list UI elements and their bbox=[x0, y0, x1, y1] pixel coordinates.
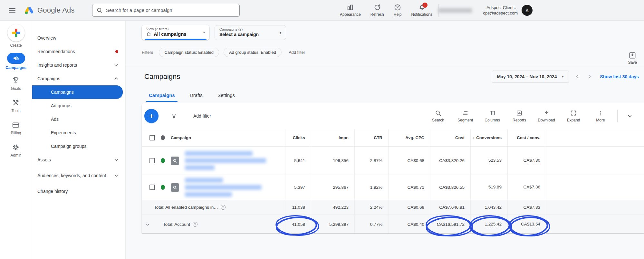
dropdown-caret-icon: ▼ bbox=[203, 31, 206, 34]
sidebar-item-campaigns-section[interactable]: Campaigns bbox=[32, 72, 125, 85]
billing-card-icon bbox=[12, 121, 20, 129]
sidebar-item-assets[interactable]: Assets bbox=[32, 153, 125, 167]
active-view-indicator bbox=[145, 39, 207, 40]
column-header-cost[interactable]: Cost bbox=[430, 129, 470, 146]
add-filter-link[interactable]: Add filter bbox=[289, 50, 305, 55]
select-all-checkbox[interactable] bbox=[149, 135, 155, 140]
sort-descending-icon: ↓ bbox=[472, 135, 475, 140]
account-text: Adspect Client… ops@adspect.com bbox=[476, 5, 518, 16]
tab-campaigns[interactable]: Campaigns bbox=[149, 87, 175, 103]
segment-tool-button[interactable]: Segment bbox=[452, 110, 479, 122]
row-checkbox[interactable] bbox=[149, 185, 155, 190]
help-icon[interactable]: ? bbox=[221, 205, 226, 210]
reports-tool-button[interactable]: Reports bbox=[506, 110, 533, 122]
filter-chip-ad-group-status[interactable]: Ad group status: Enabled bbox=[224, 48, 282, 57]
sidebar-item-ads[interactable]: Ads bbox=[32, 112, 125, 126]
download-icon bbox=[543, 110, 550, 116]
column-header-campaign[interactable]: Campaign bbox=[171, 135, 191, 140]
rail-item-billing[interactable]: Billing bbox=[11, 121, 21, 135]
sidebar-item-audiences-keywords-content[interactable]: Audiences, keywords, and content bbox=[32, 167, 125, 185]
expand-tool-button[interactable]: Expand bbox=[560, 110, 587, 122]
help-icon[interactable]: ? bbox=[193, 222, 197, 227]
topbar-actions: Appearance Refresh Help bbox=[335, 0, 440, 21]
columns-tool-button[interactable]: Columns bbox=[479, 110, 506, 122]
view-filter-dropdown[interactable]: View (2 filters) All campaigns ▼ bbox=[142, 25, 209, 40]
rail-item-campaigns[interactable]: Campaigns bbox=[5, 53, 26, 70]
download-tool-button[interactable]: Download bbox=[533, 110, 560, 122]
column-header-clicks[interactable]: Clicks bbox=[285, 129, 311, 146]
cell-cost-per-conv: CA$7.30 bbox=[507, 147, 546, 175]
column-header-ctr[interactable]: CTR bbox=[354, 129, 388, 146]
total-conversions: 1,225.42 bbox=[470, 215, 507, 233]
total-avg-cpc: CA$0.40 bbox=[388, 215, 430, 233]
main-menu-icon[interactable] bbox=[5, 3, 20, 18]
column-header-cost-per-conv[interactable]: Cost / conv. bbox=[507, 129, 546, 146]
toolbar-add-filter[interactable]: Add filter bbox=[193, 113, 211, 119]
sidebar-item-experiments[interactable]: Experiments bbox=[32, 126, 125, 139]
row-checkbox[interactable] bbox=[149, 158, 155, 163]
tab-drafts[interactable]: Drafts bbox=[190, 87, 203, 103]
campaign-preview-icon[interactable] bbox=[171, 157, 179, 165]
rail-item-tools[interactable]: Tools bbox=[11, 99, 20, 113]
total-cost-per-conv: CA$7.33 bbox=[507, 200, 546, 215]
create-plus-icon[interactable] bbox=[7, 24, 25, 42]
sidebar-item-campaigns[interactable]: Campaigns bbox=[32, 85, 123, 99]
icon-rail: Create Campaigns Goals bbox=[0, 21, 32, 259]
total-account-label: Total: Account bbox=[163, 222, 190, 227]
refresh-button[interactable]: Refresh bbox=[366, 0, 389, 21]
filter-funnel-icon[interactable] bbox=[171, 113, 177, 119]
date-range-selector[interactable]: May 10, 2024 – Nov 10, 2024 ▼ bbox=[492, 71, 569, 83]
cell-impr: 295,867 bbox=[311, 175, 354, 200]
table-row[interactable]: 5,397 295,867 1.82% CA$0.71 CA$3,826.55 … bbox=[142, 175, 644, 200]
save-button[interactable]: Save bbox=[628, 52, 637, 65]
campaign-select-dropdown[interactable]: Campaigns (2) Select a campaign ▼ bbox=[215, 25, 286, 40]
next-period-button[interactable] bbox=[586, 73, 593, 81]
notifications-button[interactable]: ! Notifications bbox=[406, 0, 437, 21]
rail-item-create[interactable]: Create bbox=[7, 24, 25, 48]
account-info[interactable]: Adspect Client… ops@adspect.com A bbox=[438, 0, 533, 21]
sidebar-item-overview[interactable]: Overview bbox=[32, 31, 125, 45]
appearance-button[interactable]: Appearance bbox=[335, 0, 366, 21]
table-tabs: Campaigns Drafts Settings bbox=[126, 87, 644, 103]
top-app-bar: Google Ads Appearance Refresh bbox=[0, 0, 644, 21]
cell-impr: 196,356 bbox=[311, 147, 354, 175]
avatar[interactable]: A bbox=[522, 5, 533, 16]
sidebar-item-ad-groups[interactable]: Ad groups bbox=[32, 99, 125, 112]
column-header-conversions[interactable]: ↓ Conversions bbox=[470, 129, 507, 146]
rail-item-admin[interactable]: Admin bbox=[10, 143, 21, 158]
previous-period-button[interactable] bbox=[573, 73, 581, 81]
rail-item-goals[interactable]: Goals bbox=[11, 76, 21, 91]
show-last-30-days-link[interactable]: Show last 30 days bbox=[600, 74, 639, 79]
help-icon bbox=[394, 4, 401, 11]
campaign-name-redacted[interactable] bbox=[185, 151, 266, 170]
column-header-impr[interactable]: Impr. bbox=[311, 129, 354, 146]
campaign-preview-icon[interactable] bbox=[171, 183, 179, 192]
status-column-dot[interactable] bbox=[161, 135, 165, 140]
status-enabled-dot[interactable] bbox=[161, 158, 165, 163]
sidebar-item-insights-and-reports[interactable]: Insights and reports bbox=[32, 58, 125, 72]
notification-badge: ! bbox=[422, 3, 428, 8]
total-conversions: 1,043.42 bbox=[470, 200, 507, 215]
collapse-toolbar-chevron[interactable] bbox=[621, 113, 639, 119]
tab-settings[interactable]: Settings bbox=[217, 87, 235, 103]
secondary-sidenav: Overview Recommendations Insights and re… bbox=[32, 21, 126, 259]
global-search[interactable] bbox=[92, 4, 240, 17]
applied-filters-bar: Filters Campaign status: Enabled Ad grou… bbox=[126, 40, 644, 66]
cell-cost: CA$3,826.55 bbox=[430, 175, 470, 200]
campaign-name-redacted[interactable] bbox=[185, 178, 262, 197]
total-ctr: 2.24% bbox=[354, 200, 388, 215]
sidebar-item-campaign-groups[interactable]: Campaign groups bbox=[32, 139, 125, 153]
status-enabled-dot[interactable] bbox=[161, 185, 165, 190]
column-header-avg-cpc[interactable]: Avg. CPC bbox=[388, 129, 430, 146]
table-row[interactable]: 5,641 196,356 2.87% CA$0.68 CA$3,820.26 … bbox=[142, 146, 644, 175]
expand-totals-chevron-icon[interactable] bbox=[145, 222, 150, 227]
sidebar-item-change-history[interactable]: Change history bbox=[32, 185, 125, 198]
help-button[interactable]: Help bbox=[389, 0, 407, 21]
more-tool-button[interactable]: More bbox=[587, 110, 614, 122]
search-tool-button[interactable]: Search bbox=[425, 110, 452, 122]
page-header: Campaigns May 10, 2024 – Nov 10, 2024 ▼ … bbox=[126, 66, 644, 87]
filter-chip-campaign-status[interactable]: Campaign status: Enabled bbox=[159, 48, 219, 57]
global-search-input[interactable] bbox=[106, 7, 235, 13]
sidebar-item-recommendations[interactable]: Recommendations bbox=[32, 45, 125, 58]
new-campaign-button[interactable]: + bbox=[144, 109, 159, 123]
